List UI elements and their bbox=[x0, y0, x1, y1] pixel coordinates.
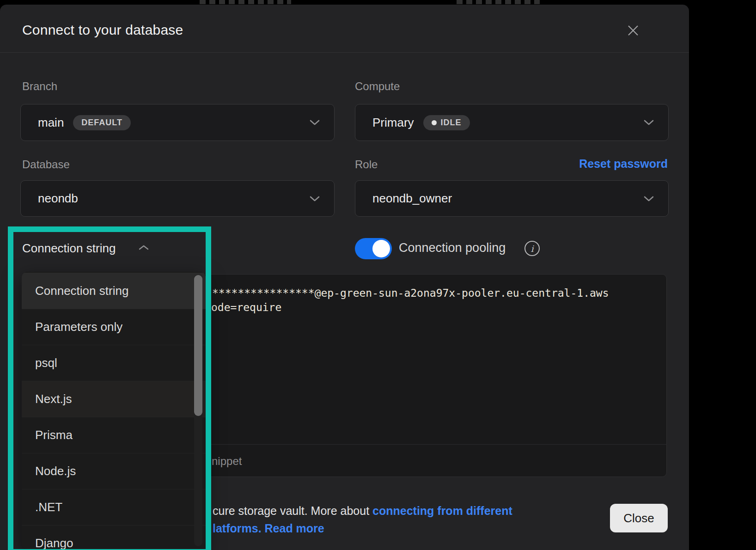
info-icon[interactable]: i bbox=[524, 241, 540, 256]
dropdown-item-prisma[interactable]: Prisma bbox=[22, 417, 206, 453]
read-more-link[interactable]: Read more bbox=[265, 522, 324, 535]
role-select[interactable]: neondb_owner bbox=[355, 180, 669, 217]
compute-value: Primary bbox=[372, 116, 414, 130]
chevron-down-icon bbox=[309, 196, 320, 202]
code-block-divider bbox=[202, 444, 666, 445]
connection-string-text: ode=require bbox=[211, 301, 281, 313]
database-value: neondb bbox=[38, 191, 78, 206]
dropdown-item-dotnet[interactable]: .NET bbox=[22, 489, 206, 525]
status-dot bbox=[432, 120, 437, 125]
default-badge: DEFAULT bbox=[73, 115, 131, 130]
footer-text: cure storage vault. More about connectin… bbox=[213, 504, 512, 518]
chevron-down-icon bbox=[643, 119, 654, 126]
connection-type-trigger[interactable]: Connection string bbox=[22, 241, 116, 256]
dropdown-item-nodejs[interactable]: Node.js bbox=[22, 453, 206, 489]
dropdown-item-nextjs[interactable]: Next.js bbox=[22, 381, 206, 417]
role-label: Role bbox=[355, 158, 378, 171]
branch-value: main bbox=[38, 116, 64, 130]
dropdown-item-psql[interactable]: psql bbox=[22, 345, 206, 381]
dropdown-item-label: Parameters only bbox=[35, 320, 122, 334]
idle-badge-label: IDLE bbox=[441, 118, 462, 128]
dropdown-item-label: Connection string bbox=[35, 284, 128, 298]
dropdown-item-connection-string[interactable]: Connection string bbox=[22, 273, 206, 309]
header-divider bbox=[0, 52, 689, 53]
dropdown-item-parameters-only[interactable]: Parameters only bbox=[22, 309, 206, 345]
footer-text: latforms. Read more bbox=[213, 522, 324, 535]
close-icon[interactable] bbox=[623, 20, 643, 41]
chevron-down-icon bbox=[309, 119, 320, 126]
connection-pooling-label: Connection pooling bbox=[399, 241, 506, 255]
dropdown-item-django[interactable]: Django bbox=[22, 525, 206, 549]
database-label: Database bbox=[22, 158, 70, 171]
screen: Connect to your database Branch Compute … bbox=[0, 0, 756, 550]
dropdown-item-label: .NET bbox=[35, 500, 62, 514]
dropdown-scrollbar-thumb[interactable] bbox=[194, 275, 202, 416]
background-page-sliver bbox=[457, 0, 540, 4]
reset-password-link[interactable]: Reset password bbox=[540, 157, 668, 171]
database-select[interactable]: neondb bbox=[20, 180, 335, 217]
dropdown-item-label: Prisma bbox=[35, 428, 73, 442]
chevron-up-icon bbox=[139, 244, 149, 251]
compute-label: Compute bbox=[355, 80, 400, 93]
toggle-knob bbox=[372, 240, 390, 257]
connect-database-modal: Connect to your database Branch Compute … bbox=[0, 5, 689, 550]
close-button[interactable]: Close bbox=[610, 504, 668, 532]
dropdown-item-label: Django bbox=[35, 536, 73, 549]
branch-label: Branch bbox=[22, 80, 57, 93]
connecting-platforms-link[interactable]: connecting from different bbox=[372, 504, 512, 517]
connection-type-dropdown: Connection string Parameters only psql N… bbox=[22, 272, 206, 549]
chevron-down-icon bbox=[643, 196, 654, 202]
connection-pooling-toggle[interactable] bbox=[355, 238, 392, 259]
role-value: neondb_owner bbox=[372, 191, 452, 206]
dropdown-item-label: Node.js bbox=[35, 464, 76, 478]
dropdown-item-label: psql bbox=[35, 356, 57, 370]
compute-select[interactable]: Primary IDLE bbox=[355, 104, 669, 141]
dropdown-item-label: Next.js bbox=[35, 392, 72, 406]
connecting-platforms-link[interactable]: latforms. bbox=[213, 522, 265, 535]
idle-badge: IDLE bbox=[423, 115, 470, 130]
modal-title: Connect to your database bbox=[22, 22, 183, 38]
connection-string-text: ****************@ep-green-sun-a2ona97x-p… bbox=[212, 287, 609, 299]
background-page-sliver bbox=[200, 0, 291, 4]
footer-text-fragment: cure storage vault. More about bbox=[213, 504, 372, 517]
branch-select[interactable]: main DEFAULT bbox=[20, 104, 335, 141]
copy-snippet-button[interactable]: nippet bbox=[212, 455, 242, 468]
